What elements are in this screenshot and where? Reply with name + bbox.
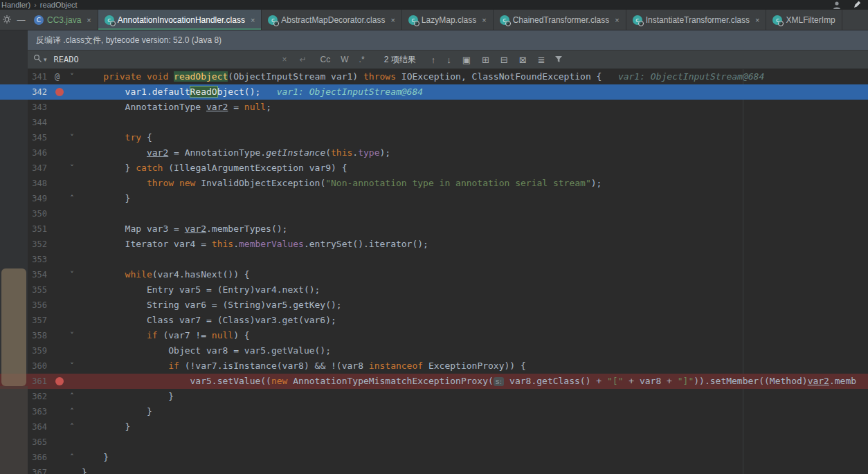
close-tab-icon[interactable]: × — [755, 16, 759, 24]
code-line-341[interactable]: 341@ˇ private void readObject(ObjectInpu… — [0, 69, 868, 84]
fold-collapse-icon[interactable]: ˇ — [70, 268, 74, 283]
remove-occurrence-icon[interactable]: ⊟ — [500, 55, 508, 65]
line-number[interactable]: 345 — [28, 130, 47, 145]
fold-collapse-icon[interactable]: ˇ — [70, 131, 74, 146]
tab-AnnotationInvocationHandler.class[interactable]: cAnnotationInvocationHandler.class× — [98, 10, 262, 30]
tab-ChainedTransformer.class[interactable]: cChainedTransformer.class× — [494, 10, 626, 30]
code-line-346[interactable]: 346 var2 = AnnotationType.getInstance(th… — [0, 145, 868, 161]
code-line-358[interactable]: 358ˇ if (var7 != null) { — [0, 328, 868, 343]
code-line-356[interactable]: 356 String var6 = (String)var5.getKey(); — [0, 298, 868, 313]
line-number[interactable]: 359 — [28, 343, 47, 358]
code-line-366[interactable]: 366ˆ } — [0, 450, 868, 465]
code-line-353[interactable]: 353 — [0, 252, 868, 267]
newline-icon[interactable]: ↵ — [300, 55, 307, 64]
line-number[interactable]: 350 — [28, 206, 47, 221]
tab-XMLFilterImp[interactable]: cXMLFilterImp — [766, 10, 842, 30]
line-number[interactable]: 352 — [28, 237, 47, 252]
code-line-344[interactable]: 344 — [0, 115, 868, 130]
search-input[interactable]: READO — [54, 55, 282, 64]
edit-icon[interactable] — [853, 1, 861, 10]
tab-LazyMap.class[interactable]: cLazyMap.class× — [402, 10, 494, 30]
breakpoint-icon[interactable] — [55, 88, 64, 96]
close-tab-icon[interactable]: × — [251, 16, 255, 24]
line-number[interactable]: 347 — [28, 161, 47, 176]
left-scrollbar-thumb[interactable] — [1, 268, 26, 386]
prev-occurrence-icon[interactable]: ↑ — [431, 55, 436, 65]
line-number[interactable]: 341 — [28, 69, 47, 84]
code-line-367[interactable]: 367} — [0, 465, 868, 474]
fold-end-icon[interactable]: ˆ — [70, 192, 74, 207]
code-line-364[interactable]: 364ˆ } — [0, 419, 868, 435]
code-line-362[interactable]: 362ˆ } — [0, 389, 868, 404]
filter-icon[interactable] — [555, 56, 563, 63]
fold-end-icon[interactable]: ˆ — [70, 450, 74, 466]
breakpoint-icon[interactable] — [55, 377, 64, 385]
line-number[interactable]: 356 — [28, 298, 47, 313]
line-number[interactable]: 351 — [28, 221, 47, 237]
code-line-363[interactable]: 363ˆ } — [0, 404, 868, 419]
exclude-occurrence-icon[interactable]: ⊠ — [519, 55, 527, 65]
code-line-348[interactable]: 348 throw new InvalidObjectException("No… — [0, 176, 868, 191]
user-icon[interactable] — [832, 1, 842, 10]
search-history-caret-icon[interactable]: ▾ — [44, 56, 47, 63]
line-number[interactable]: 362 — [28, 389, 47, 404]
next-occurrence-icon[interactable]: ↓ — [446, 55, 451, 65]
line-number[interactable]: 353 — [28, 252, 47, 267]
code-line-361[interactable]: 361 var5.setValue((new AnnotationTypeMis… — [0, 374, 868, 389]
code-line-345[interactable]: 345ˇ try { — [0, 130, 868, 145]
code-line-342[interactable]: 342 var1.defaultReadObject(); var1: Obje… — [0, 84, 868, 100]
fold-end-icon[interactable]: ˆ — [70, 420, 74, 435]
close-tab-icon[interactable]: × — [482, 16, 486, 24]
line-number[interactable]: 361 — [28, 374, 47, 389]
close-tab-icon[interactable]: × — [615, 16, 619, 24]
close-tab-icon[interactable]: × — [390, 16, 395, 24]
add-occurrence-icon[interactable]: ⊞ — [482, 55, 489, 65]
line-number[interactable]: 365 — [28, 435, 47, 450]
fold-collapse-icon[interactable]: ˇ — [70, 329, 74, 344]
match-case-toggle[interactable]: Cc — [320, 55, 331, 64]
words-toggle[interactable]: W — [341, 55, 348, 64]
tab-CC3.java[interactable]: CCC3.java× — [28, 10, 98, 30]
code-line-349[interactable]: 349ˆ } — [0, 191, 868, 206]
line-number[interactable]: 366 — [28, 450, 47, 465]
line-number[interactable]: 342 — [28, 84, 47, 100]
code-line-343[interactable]: 343 AnnotationType var2 = null; — [0, 100, 868, 115]
breadcrumb-path[interactable]: Handler) — [1, 1, 30, 9]
settings-gear-icon[interactable] — [3, 14, 11, 26]
search-icon[interactable] — [33, 54, 42, 65]
highlight-all-icon[interactable]: ≣ — [538, 55, 545, 65]
fold-collapse-icon[interactable]: ˇ — [70, 161, 74, 176]
line-number[interactable]: 363 — [28, 404, 47, 419]
close-tab-icon[interactable]: × — [87, 16, 91, 24]
line-number[interactable]: 346 — [28, 145, 47, 161]
code-line-352[interactable]: 352 Iterator var4 = this.memberValues.en… — [0, 237, 868, 252]
fold-end-icon[interactable]: ˆ — [70, 390, 74, 405]
fold-end-icon[interactable]: ˆ — [70, 405, 74, 420]
fold-collapse-icon[interactable]: ˇ — [70, 359, 74, 374]
line-number[interactable]: 344 — [28, 115, 47, 130]
line-number[interactable]: 355 — [28, 282, 47, 298]
code-line-350[interactable]: 350 — [0, 206, 868, 221]
line-number[interactable]: 367 — [28, 465, 47, 474]
code-line-355[interactable]: 355 Entry var5 = (Entry)var4.next(); — [0, 282, 868, 298]
tab-AbstractMapDecorator.class[interactable]: cAbstractMapDecorator.class× — [262, 10, 402, 30]
select-all-occurrences-icon[interactable]: ▣ — [462, 55, 471, 65]
code-line-365[interactable]: 365 — [0, 435, 868, 450]
code-line-347[interactable]: 347ˇ } catch (IllegalArgumentException v… — [0, 161, 868, 176]
hide-toolwindow-icon[interactable]: — — [17, 17, 26, 24]
breadcrumb-method[interactable]: readObject — [40, 1, 78, 9]
line-number[interactable]: 343 — [28, 100, 47, 115]
regex-toggle[interactable]: .* — [359, 55, 365, 64]
code-line-360[interactable]: 360ˇ if (!var7.isInstance(var8) && !(var… — [0, 358, 868, 374]
line-number[interactable]: 349 — [28, 191, 47, 206]
code-line-354[interactable]: 354ˇ while(var4.hasNext()) { — [0, 267, 868, 282]
line-number[interactable]: 364 — [28, 419, 47, 435]
fold-collapse-icon[interactable]: ˇ — [70, 70, 74, 85]
line-number[interactable]: 360 — [28, 358, 47, 374]
line-number[interactable]: 357 — [28, 313, 47, 328]
code-line-357[interactable]: 357 Class var7 = (Class)var3.get(var6); — [0, 313, 868, 328]
code-line-359[interactable]: 359 Object var8 = var5.getValue(); — [0, 343, 868, 358]
line-number[interactable]: 358 — [28, 328, 47, 343]
left-scrollbar-track[interactable] — [0, 386, 28, 474]
code-line-351[interactable]: 351 Map var3 = var2.memberTypes(); — [0, 221, 868, 237]
